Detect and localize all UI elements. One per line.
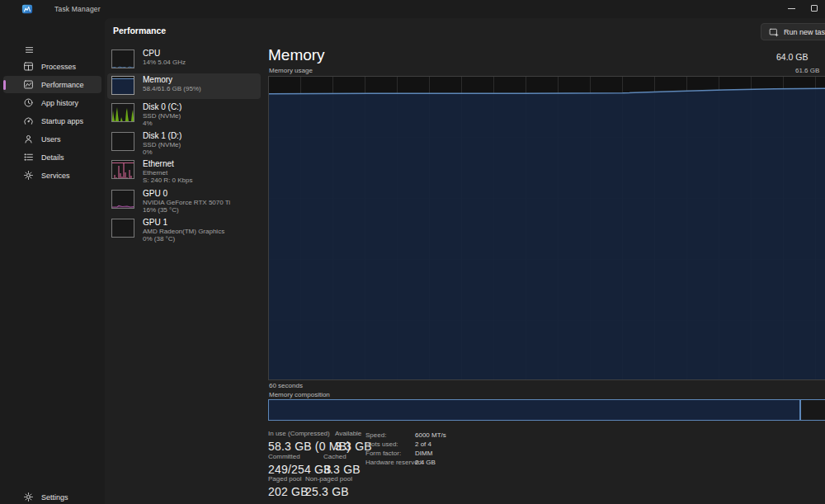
sidebar-item-processes[interactable]: Processes xyxy=(3,58,101,75)
memory-mini-graph xyxy=(111,76,134,95)
perf-item-disk0[interactable]: Disk 0 (C:) SSD (NVMe) 4% xyxy=(107,101,261,129)
navigation-menu-button[interactable] xyxy=(18,41,40,58)
composition-label: Memory composition xyxy=(269,391,330,398)
title-bar: Task Manager xyxy=(0,0,825,18)
task-manager-app-icon xyxy=(21,3,33,15)
sidebar-item-performance[interactable]: Performance xyxy=(3,76,101,93)
minimize-button[interactable] xyxy=(780,0,802,16)
usage-chart-label: Memory usage xyxy=(269,67,313,74)
sidebar-item-services[interactable]: Services xyxy=(3,167,101,184)
gpu0-mini-graph xyxy=(111,190,134,209)
detail-speed: Speed:6000 MT/s xyxy=(365,431,446,439)
gpu1-mini-graph xyxy=(111,219,134,238)
memory-composition-bar xyxy=(268,399,825,421)
usage-scale-max: 61.6 GB xyxy=(795,67,819,74)
detail-form-factor: Form factor:DIMM xyxy=(365,450,432,457)
detail-hardware-reserved: Hardware reserved:2.4 GB xyxy=(365,459,436,466)
processes-icon xyxy=(23,61,34,72)
run-new-task-icon xyxy=(769,27,779,37)
sidebar-item-startup-apps[interactable]: Startup apps xyxy=(3,112,101,130)
memory-usage-chart xyxy=(268,76,825,380)
perf-item-cpu[interactable]: CPU 14% 5.04 GHz xyxy=(107,47,261,72)
composition-in-use xyxy=(269,400,801,420)
perf-item-gpu1[interactable]: GPU 1 AMD Radeon(TM) Graphics 0% (38 °C) xyxy=(107,216,261,244)
sidebar: Processes Performance App history Startu… xyxy=(0,18,105,504)
memory-usage-area xyxy=(269,88,825,379)
services-icon xyxy=(23,170,34,181)
sidebar-item-settings[interactable]: Settings xyxy=(3,488,101,504)
page-title: Memory xyxy=(268,46,325,64)
app-history-icon xyxy=(23,97,34,108)
cpu-mini-graph xyxy=(111,49,134,68)
run-new-task-label: Run new task xyxy=(784,28,825,36)
performance-icon xyxy=(23,79,34,90)
settings-icon xyxy=(23,492,34,502)
disk0-mini-graph xyxy=(111,103,134,122)
detail-slots-used: Slots used:2 of 4 xyxy=(365,440,431,448)
sidebar-item-app-history[interactable]: App history xyxy=(3,94,101,111)
page-header: Performance xyxy=(113,26,166,35)
maximize-icon xyxy=(811,5,818,12)
users-icon xyxy=(23,134,34,144)
stat-non-paged-pool: Non-paged pool25.3 GB xyxy=(305,475,352,498)
stat-paged-pool: Paged pool202 GB xyxy=(268,475,309,498)
perf-item-ethernet[interactable]: Ethernet Ethernet S: 240 R: 0 Kbps xyxy=(107,158,261,186)
sidebar-item-details[interactable]: Details xyxy=(3,148,101,166)
stat-cached: Cached3.3 GB xyxy=(323,453,361,476)
perf-item-gpu0[interactable]: GPU 0 NVIDIA GeForce RTX 5070 Ti 16% (35… xyxy=(107,187,261,215)
minimize-icon xyxy=(788,8,795,9)
window-title: Task Manager xyxy=(54,5,101,13)
ethernet-mini-graph xyxy=(111,160,134,179)
details-icon xyxy=(23,152,34,163)
disk1-mini-graph xyxy=(111,132,134,151)
maximize-button[interactable] xyxy=(804,0,825,16)
startup-apps-icon xyxy=(23,115,34,126)
hamburger-icon xyxy=(24,45,35,55)
memory-total-value: 64.0 GB xyxy=(776,52,808,62)
sidebar-item-users[interactable]: Users xyxy=(3,130,101,148)
time-axis-label: 60 seconds xyxy=(269,382,303,389)
run-new-task-button[interactable]: Run new task xyxy=(761,23,825,40)
perf-item-disk1[interactable]: Disk 1 (D:) SSD (NVMe) 0% xyxy=(107,130,261,157)
sidebar-nav: Processes Performance App history Startu… xyxy=(0,58,105,185)
selected-accent-pill xyxy=(3,80,6,90)
perf-item-memory[interactable]: Memory 58.4/61.6 GB (95%) xyxy=(107,73,261,99)
stat-committed: Committed249/254 GB xyxy=(268,453,332,476)
